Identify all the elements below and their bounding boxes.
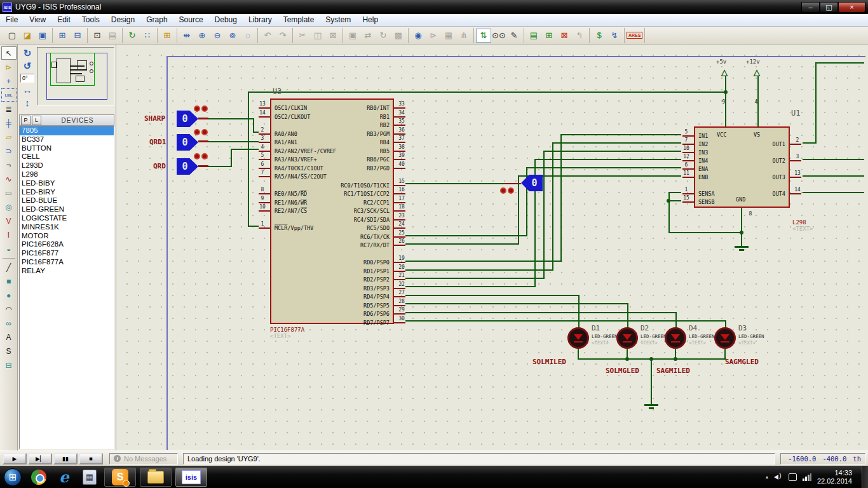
mode-tool-button[interactable]: ▭ (1, 186, 17, 200)
component-pin[interactable]: 2 OUT1 (695, 140, 789, 148)
wire[interactable] (651, 358, 652, 404)
taskbar-skype[interactable]: S (104, 468, 136, 487)
logicstate-toggle-dot[interactable] (500, 187, 506, 194)
logicstate-toggle-dot[interactable] (201, 105, 208, 112)
device-list-item[interactable]: LED-BIRY (20, 188, 114, 197)
toolbar-button-zoom-out[interactable]: ⊖ (210, 29, 225, 43)
taskbar-calculator[interactable]: ▦ (79, 468, 100, 487)
component-pin[interactable]: 37 RB4 (271, 138, 393, 147)
logicstate-toggle-dot[interactable] (508, 187, 514, 194)
component-pin[interactable] (695, 165, 789, 173)
component-pin[interactable]: 20 RD1/PSP1 (271, 267, 393, 276)
mirror-y-button[interactable]: ↕ (25, 97, 30, 109)
menu-item[interactable]: Edit (51, 14, 76, 26)
wire[interactable] (534, 159, 681, 160)
wire[interactable] (815, 62, 864, 64)
wire[interactable] (405, 235, 527, 236)
toolbar-button-packaging-tool[interactable]: ▦ (441, 29, 456, 43)
wire[interactable] (741, 208, 742, 246)
toolbar-button-save-design[interactable]: ▣ (35, 29, 50, 43)
taskbar-clock[interactable]: 14:33 22.02.2014 (817, 469, 852, 485)
toolbar-button-zoom-all[interactable]: ⊚ (225, 29, 240, 43)
mode-tool-button[interactable]: ⊳ (1, 60, 17, 74)
terminal-label-qrd1[interactable]: QRD1 (149, 138, 166, 146)
toolbar-button-toggle-grid[interactable]: ∷ (140, 29, 155, 43)
wire[interactable] (231, 149, 232, 167)
toolbar-button-block-copy[interactable]: ▣ (345, 29, 360, 43)
simulation-button[interactable]: ▶ (3, 453, 27, 464)
wire[interactable] (552, 142, 553, 271)
component-pin[interactable] (695, 132, 789, 140)
device-list-item[interactable]: LED-BIBY (20, 179, 114, 188)
component-u1-l298[interactable]: U1 5 IN1 7 IN2 (694, 126, 790, 208)
component-pin[interactable]: 25 RC6/TX/CK (271, 233, 393, 241)
simulation-button[interactable]: ▮▮ (53, 453, 78, 464)
device-list-item[interactable]: RELAY (20, 267, 114, 276)
toolbar-button-import-section[interactable]: ⊞ (55, 29, 70, 43)
simulation-button[interactable]: ▶▏ (28, 453, 52, 464)
component-pin[interactable]: 21 RD2/PSP2 (271, 275, 393, 284)
taskbar-explorer[interactable] (140, 468, 172, 487)
library-manager-button[interactable]: L (32, 116, 41, 125)
wire[interactable] (405, 243, 519, 245)
toolbar-button-mark-output-area[interactable]: ▤ (105, 29, 120, 43)
component-pin[interactable]: 27 RD4/PSP4 (271, 292, 393, 301)
close-button[interactable]: × (838, 2, 865, 13)
wire[interactable] (405, 286, 536, 287)
toolbar-button-make-device[interactable]: ⊳ (426, 29, 441, 43)
toolbar-button-new-sheet[interactable]: ⊞ (541, 29, 557, 43)
menu-item[interactable]: Help (356, 14, 384, 26)
mode-tool-button[interactable]: ≣ (1, 102, 17, 116)
toolbar-button-exit-to-parent[interactable]: ↰ (572, 29, 587, 43)
menu-item[interactable]: Tools (76, 14, 105, 26)
component-pin[interactable]: 33 RB0/INT (271, 104, 393, 112)
wire[interactable] (208, 166, 232, 167)
wire-label-sagmiled[interactable]: SAGMILED (656, 367, 690, 375)
component-pin[interactable] (695, 181, 789, 189)
component-pin[interactable]: 40 RB7/PGD (271, 164, 393, 173)
logicstate-probe[interactable]: 0 (521, 175, 543, 191)
device-list-item[interactable]: MINRES1K (20, 223, 114, 232)
wire[interactable] (560, 134, 562, 262)
toolbar-button-remove-sheet[interactable]: ⊠ (557, 29, 572, 43)
led-d3[interactable] (714, 327, 736, 349)
logicstate-toggle-dot[interactable] (201, 129, 208, 135)
toolbar-button-undo[interactable]: ↶ (260, 29, 275, 43)
component-u3-pic16f877a[interactable]: U3 13 OSC1/CLKIN 14 OSC2/CLKOUT (270, 98, 394, 324)
show-desktop-button[interactable] (862, 466, 868, 488)
toolbar-button-pick-parts[interactable]: ◉ (410, 29, 426, 43)
wire[interactable] (578, 349, 579, 359)
wire[interactable] (208, 118, 254, 119)
wire[interactable] (803, 175, 864, 177)
taskbar-internet-explorer[interactable]: e (53, 468, 75, 487)
wire[interactable] (405, 278, 545, 279)
graphics-tool-button[interactable]: ╱ (1, 261, 17, 274)
component-pin[interactable]: 16 RC1/T1OSI/CCP2 (271, 189, 393, 198)
minimize-button[interactable]: – (801, 2, 820, 13)
component-pin[interactable]: 13 OUT3 (695, 173, 789, 181)
restore-button[interactable]: ◱ (820, 2, 838, 13)
wire[interactable] (803, 192, 864, 193)
wire[interactable] (405, 320, 726, 322)
device-list-item[interactable]: L298 (20, 170, 114, 179)
wire[interactable] (543, 151, 681, 152)
schematic-canvas[interactable]: +5v △ +12v △ U3 13 OSC1/CLKIN (116, 44, 868, 451)
message-indicator[interactable]: i No Messages (109, 453, 178, 464)
toolbar-button-copy[interactable]: ◫ (310, 29, 325, 43)
logicstate-toggle-dot[interactable] (194, 129, 200, 135)
action-center-icon[interactable] (789, 473, 797, 481)
toolbar-button-center-at-cursor[interactable]: ⇹ (179, 29, 194, 43)
mode-tool-button[interactable]: ◒ (1, 242, 17, 255)
toolbar-button-redraw-display[interactable]: ↻ (125, 29, 140, 43)
led-d4[interactable] (665, 327, 686, 349)
component-pin[interactable]: 29 RD6/PSP6 (271, 309, 393, 318)
wire[interactable] (253, 118, 254, 133)
component-pin[interactable]: 36 RB3/PGM (271, 130, 393, 139)
wire[interactable] (208, 141, 259, 142)
toolbar-button-paste[interactable]: ⊠ (325, 29, 341, 43)
component-pin[interactable]: 35 RB2 (271, 121, 393, 130)
led-d1[interactable] (567, 327, 589, 349)
mode-tool-button[interactable]: ¬ (1, 158, 17, 172)
component-pin[interactable]: 19 RD0/PSP0 (271, 258, 393, 267)
graphics-tool-button[interactable]: ● (1, 288, 17, 302)
